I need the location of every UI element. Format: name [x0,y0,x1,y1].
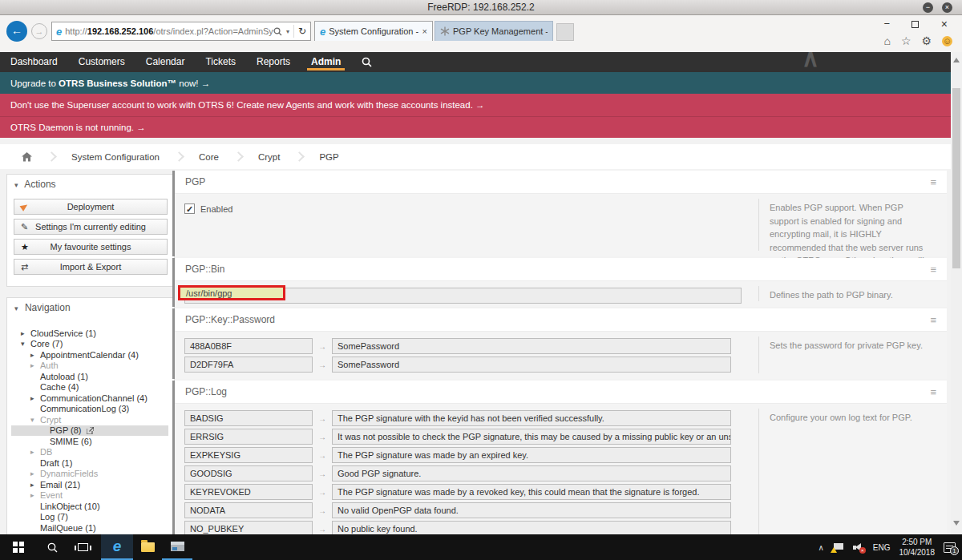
superuser-warning-banner[interactable]: Don't use the Superuser account to work … [0,94,962,116]
chevron-down-icon[interactable]: ▾ [286,28,289,35]
tree-item-mailqueue-1[interactable]: MailQueue (1) [11,522,168,534]
enabled-checkbox[interactable]: ✓ [184,203,195,214]
home-icon[interactable]: ⌂ [883,34,890,47]
action-button-my-favourite-settings[interactable]: ★My favourite settings [14,239,168,255]
action-button-import-export[interactable]: ⇄Import & Export [14,259,168,275]
breadcrumb-item[interactable]: Core [199,152,219,162]
tree-item-email-21[interactable]: ▸Email (21) [11,479,168,490]
taskbar-clock[interactable]: 2:50 PM 10/4/2018 [899,537,936,558]
pgp-bin-highlighted-value[interactable]: /usr/bin/gpg [178,285,285,300]
scroll-down-arrow-icon[interactable] [953,521,960,526]
rdp-minimize-button[interactable]: − [923,2,933,13]
tree-item-event[interactable]: ▸Event [11,490,168,502]
gear-icon[interactable]: ⚙ [921,34,932,47]
nav-item-reports[interactable]: Reports [257,52,290,72]
feedback-smiley-icon[interactable]: ☺ [942,36,952,46]
window-maximize-button[interactable] [911,21,919,28]
tree-item-cache-4[interactable]: Cache (4) [11,382,168,393]
address-bar[interactable]: e http://192.168.252.106/otrs/index.pl?A… [51,22,311,41]
tree-item-smime-6[interactable]: SMIME (6) [11,436,168,447]
tree-item-pgp-8[interactable]: PGP (8) [11,425,168,437]
nav-item-dashboard[interactable]: Dashboard [10,52,58,72]
hamburger-menu-icon[interactable]: ≡ [930,386,936,398]
taskbar-search-button[interactable] [37,534,67,560]
setting-key-input[interactable]: 488A0B8F [184,338,313,354]
setting-key-input[interactable]: GOODSIG [184,465,313,481]
setting-value-input[interactable]: The PGP signature was made by an expired… [332,447,731,463]
setting-key-input[interactable]: D2DF79FA [184,357,313,373]
action-center-icon[interactable]: 1 [944,542,956,553]
network-warning-icon[interactable] [833,543,844,552]
setting-key-input[interactable]: NODATA [184,502,313,518]
tree-item-dynamicfields[interactable]: ▸DynamicFields [11,469,168,480]
tab-close-icon[interactable]: × [422,26,427,36]
new-tab-button[interactable] [556,23,574,41]
tree-item-crypt[interactable]: ▾Crypt [11,414,168,425]
setting-value-input[interactable]: No public key found. [332,521,731,534]
scrollbar-thumb[interactable] [952,88,960,268]
browser-back-button[interactable]: ← [6,21,27,42]
server-manager-button[interactable] [162,534,192,560]
tree-item-cloudservice-1[interactable]: ▸CloudService (1) [11,328,168,339]
language-indicator[interactable]: ENG [873,543,891,552]
setting-value-input[interactable]: SomePassword [332,338,731,354]
breadcrumb-item[interactable]: System Configuration [71,152,160,162]
hamburger-menu-icon[interactable]: ≡ [930,176,936,188]
tree-item-core-7[interactable]: ▾Core (7) [11,339,168,350]
refresh-icon[interactable]: ↻ [298,26,306,37]
setting-key-input[interactable]: ERRSIG [184,429,313,445]
tree-item-db[interactable]: ▸DB [11,447,168,458]
nav-item-admin[interactable]: Admin [311,52,341,72]
browser-tab[interactable]: eSystem Configuration - Ad...× [314,21,433,41]
taskbar-ie-button[interactable]: e [101,534,133,560]
window-minimize-button[interactable]: − [883,18,890,30]
setting-value-input[interactable]: The PGP signature was made by a revoked … [332,484,731,500]
file-explorer-button[interactable] [133,534,162,560]
start-button[interactable] [0,534,37,560]
action-button-deployment[interactable]: Deployment [14,199,168,215]
hamburger-menu-icon[interactable]: ≡ [930,264,936,276]
breadcrumb-item[interactable]: Crypt [258,152,280,162]
breadcrumb-item[interactable]: PGP [319,152,338,162]
browser-tab[interactable]: PGP Key Management - Admi... [435,21,553,41]
hamburger-menu-icon[interactable]: ≡ [930,314,936,326]
tree-item-draft-1[interactable]: Draft (1) [11,457,168,469]
volume-muted-icon[interactable]: × [853,543,864,552]
external-link-icon[interactable] [87,427,94,434]
tree-item-communicationchannel-4[interactable]: ▸CommunicationChannel (4) [11,393,168,404]
setting-key-input[interactable]: NO_PUBKEY [184,521,313,534]
tree-item-log-7[interactable]: Log (7) [11,512,168,523]
setting-value-input[interactable]: No valid OpenPGP data found. [332,502,731,518]
rdp-close-button[interactable]: × [942,2,952,13]
setting-value-input[interactable]: The PGP signature with the keyid has not… [332,410,731,426]
scroll-up-arrow-icon[interactable] [953,58,960,62]
upgrade-banner[interactable]: Upgrade to OTRS Business Solution™ now! … [0,72,962,94]
setting-value-input[interactable]: Good PGP signature. [332,465,731,481]
home-icon[interactable] [22,152,32,162]
browser-forward-button[interactable]: → [31,23,47,39]
tree-item-linkobject-10[interactable]: LinkObject (10) [11,501,168,512]
actions-widget-header[interactable]: ▾ Actions [7,175,174,193]
nav-item-calendar[interactable]: Calendar [146,52,185,72]
setting-value-input[interactable]: It was not possible to check the PGP sig… [332,429,731,445]
tree-item-auth[interactable]: ▸Auth [11,361,168,372]
setting-key-input[interactable]: EXPKEYSIG [184,447,313,463]
task-view-button[interactable] [67,534,98,560]
navigation-widget-header[interactable]: ▾ Navigation [7,298,174,316]
setting-value-input[interactable]: SomePassword [332,357,731,373]
setting-key-input[interactable]: BADSIG [184,410,313,426]
window-close-button[interactable]: × [941,18,948,30]
page-scrollbar[interactable] [951,52,962,534]
tree-item-appointmentcalendar-4[interactable]: ▸AppointmentCalendar (4) [11,349,168,361]
search-icon[interactable] [273,27,282,36]
action-button-settings-i-m-currently-editing[interactable]: ✎Settings I'm currently editing [14,219,168,235]
nav-item-customers[interactable]: Customers [79,52,125,72]
search-icon[interactable] [362,57,372,67]
nav-item-tickets[interactable]: Tickets [205,52,236,72]
tree-item-autoload-1[interactable]: Autoload (1) [11,371,168,382]
favorites-star-icon[interactable]: ☆ [901,34,911,47]
setting-key-input[interactable]: KEYREVOKED [184,484,313,500]
tree-item-communicationlog-3[interactable]: CommunicationLog (3) [11,404,168,415]
tray-expand-icon[interactable]: ∧ [819,543,824,552]
daemon-warning-banner[interactable]: OTRS Daemon is not running. → [0,116,962,138]
